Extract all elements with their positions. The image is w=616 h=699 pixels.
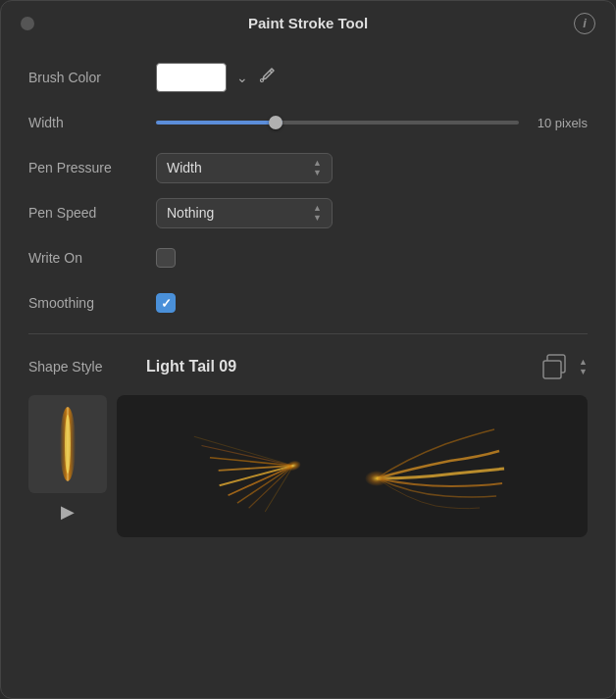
- shape-preview-thumb[interactable]: [28, 395, 107, 493]
- svg-line-13: [194, 414, 293, 488]
- brush-color-label: Brush Color: [28, 70, 146, 85]
- color-dropdown-arrow[interactable]: ⌄: [236, 70, 248, 85]
- play-button[interactable]: ▶: [61, 501, 75, 523]
- shape-style-controls: ▲ ▼: [541, 353, 588, 380]
- write-on-row: Write On: [28, 235, 588, 280]
- traffic-light-button[interactable]: [21, 17, 34, 30]
- pen-speed-label: Pen Speed: [28, 205, 146, 221]
- shape-preview-main[interactable]: [117, 395, 588, 537]
- smoothing-row: Smoothing ✓: [28, 280, 588, 325]
- pen-speed-value: Nothing: [167, 205, 214, 221]
- pen-speed-row: Pen Speed Nothing ▲ ▼: [28, 190, 588, 235]
- width-label: Width: [28, 115, 146, 130]
- titlebar: Paint Stroke Tool i: [1, 1, 615, 45]
- pen-pressure-value: Width: [167, 160, 202, 175]
- preview-main-svg: [117, 395, 588, 537]
- copy-style-button[interactable]: [541, 353, 571, 380]
- thumb-shape-svg: [38, 400, 97, 488]
- pen-pressure-dropdown[interactable]: Width ▲ ▼: [156, 153, 333, 183]
- color-swatch[interactable]: [156, 63, 227, 92]
- shape-style-name: Light Tail 09: [146, 358, 541, 375]
- eyedropper-icon[interactable]: [258, 67, 276, 88]
- smoothing-label: Smoothing: [28, 295, 146, 311]
- write-on-checkbox[interactable]: [156, 248, 176, 268]
- brush-color-row: Brush Color ⌄: [28, 55, 588, 100]
- pen-pressure-row: Pen Pressure Width ▲ ▼: [28, 145, 588, 190]
- pen-pressure-stepper[interactable]: ▲ ▼: [313, 159, 322, 177]
- svg-point-4: [65, 415, 71, 474]
- pen-pressure-label: Pen Pressure: [28, 160, 146, 175]
- pen-speed-stepper[interactable]: ▲ ▼: [313, 204, 322, 223]
- width-row: Width 10 pixels: [28, 100, 588, 145]
- main-content: Brush Color ⌄ Width 10 pixels: [1, 45, 615, 557]
- divider: [28, 333, 588, 334]
- width-slider-container: [156, 121, 519, 125]
- width-slider-thumb[interactable]: [269, 116, 282, 129]
- checkmark-icon: ✓: [161, 296, 172, 311]
- svg-line-9: [231, 466, 298, 503]
- paint-stroke-tool-window: Paint Stroke Tool i Brush Color ⌄ Width: [0, 0, 616, 699]
- shape-style-stepper[interactable]: ▲ ▼: [579, 358, 588, 376]
- window-title: Paint Stroke Tool: [248, 15, 368, 31]
- shape-style-label: Shape Style: [28, 359, 146, 374]
- preview-area: ▶: [28, 395, 588, 537]
- svg-point-0: [261, 79, 264, 82]
- preview-thumb-container: ▶: [28, 395, 107, 537]
- shape-style-row: Shape Style Light Tail 09 ▲ ▼: [28, 342, 588, 391]
- pen-speed-dropdown[interactable]: Nothing ▲ ▼: [156, 198, 333, 228]
- write-on-label: Write On: [28, 250, 146, 266]
- width-value: 10 pixels: [529, 116, 588, 130]
- svg-point-15: [365, 471, 388, 486]
- svg-rect-2: [543, 361, 561, 378]
- width-slider-track[interactable]: [156, 121, 519, 125]
- smoothing-checkbox[interactable]: ✓: [156, 293, 176, 313]
- info-button[interactable]: i: [574, 13, 595, 34]
